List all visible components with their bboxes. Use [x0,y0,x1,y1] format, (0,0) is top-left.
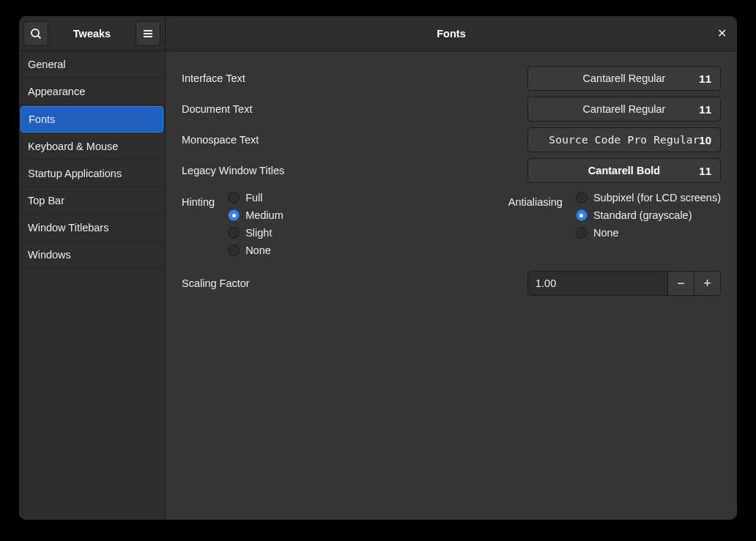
font-size: 11 [699,165,711,177]
radio-label: Slight [245,227,272,239]
close-icon: ✕ [717,26,727,40]
document-text-font-button[interactable]: Cantarell Regular 11 [527,97,721,122]
hinting-group: Hinting FullMediumSlightNone [182,192,494,256]
font-name: Cantarell Bold [536,165,713,176]
scaling-factor-value[interactable]: 1.00 [528,272,667,295]
hamburger-icon [142,28,154,40]
scaling-factor-label: Scaling Factor [182,277,250,289]
scaling-factor-spinner: 1.00 − + [527,271,721,296]
radio-indicator [576,209,588,221]
document-text-label: Document Text [182,103,252,115]
sidebar-item-window-titlebars[interactable]: Window Titlebars [19,214,165,242]
radio-label: Subpixel (for LCD screens) [593,192,721,204]
sidebar-header: Tweaks [19,16,165,51]
font-size: 11 [699,72,711,85]
antialiasing-label: Antialiasing [508,192,563,208]
scaling-factor-row: Scaling Factor 1.00 − + [182,271,721,296]
main-header: Fonts ✕ [166,16,737,51]
radio-section: Hinting FullMediumSlightNone Antialiasin… [182,192,721,256]
sidebar-list: GeneralAppearanceFontsKeyboard & MouseSt… [19,51,165,520]
plus-icon: + [703,276,711,291]
hinting-options: FullMediumSlightNone [228,192,284,256]
font-name: Source Code Pro Regular [536,134,713,146]
sidebar-item-keyboard-mouse[interactable]: Keyboard & Mouse [19,133,165,160]
monospace-text-label: Monospace Text [182,134,259,146]
sidebar-item-appearance[interactable]: Appearance [19,78,165,105]
font-size: 10 [699,134,711,146]
monospace-text-font-button[interactable]: Source Code Pro Regular 10 [527,127,721,152]
legacy-window-titles-row: Legacy Window Titles Cantarell Bold 11 [182,158,721,183]
antialiasing-option-none[interactable]: None [576,227,721,239]
interface-text-label: Interface Text [182,72,245,84]
antialiasing-option-standard-grayscale[interactable]: Standard (grayscale) [576,209,721,221]
radio-label: Medium [245,209,284,221]
hinting-option-none[interactable]: None [228,245,284,256]
app-window: Tweaks GeneralAppearanceFontsKeyboard & … [19,16,737,520]
sidebar-item-general[interactable]: General [19,51,165,78]
svg-line-1 [38,36,41,39]
sidebar-item-fonts[interactable]: Fonts [21,106,163,133]
close-button[interactable]: ✕ [714,26,730,42]
radio-label: Full [245,192,262,204]
radio-indicator [228,192,240,204]
radio-indicator [228,209,240,221]
hamburger-menu-button[interactable] [136,21,160,46]
legacy-window-titles-label: Legacy Window Titles [182,165,284,176]
radio-label: None [245,245,271,256]
minus-icon: − [677,276,685,291]
radio-label: Standard (grayscale) [593,209,692,221]
sidebar-title: Tweaks [53,28,131,40]
legacy-window-titles-font-button[interactable]: Cantarell Bold 11 [527,158,721,183]
scaling-decrement-button[interactable]: − [667,272,694,295]
hinting-option-medium[interactable]: Medium [228,209,284,221]
scaling-increment-button[interactable]: + [694,272,720,295]
main-content: Interface Text Cantarell Regular 11 Docu… [166,51,737,520]
sidebar-item-windows[interactable]: Windows [19,242,165,269]
search-button[interactable] [23,21,48,46]
page-title: Fonts [437,28,465,40]
svg-point-0 [32,29,39,37]
hinting-option-slight[interactable]: Slight [228,227,284,239]
font-name: Cantarell Regular [536,103,713,115]
document-text-row: Document Text Cantarell Regular 11 [182,97,721,122]
sidebar-item-startup-applications[interactable]: Startup Applications [19,160,165,187]
hinting-label: Hinting [182,192,215,208]
search-icon [30,28,42,40]
main-panel: Fonts ✕ Interface Text Cantarell Regular… [166,16,737,520]
radio-indicator [228,245,240,256]
radio-indicator [576,227,588,239]
antialiasing-option-subpixel-for-lcd-screens[interactable]: Subpixel (for LCD screens) [576,192,721,204]
sidebar: Tweaks GeneralAppearanceFontsKeyboard & … [19,16,166,520]
antialiasing-group: Antialiasing Subpixel (for LCD screens)S… [508,192,721,256]
antialiasing-options: Subpixel (for LCD screens)Standard (gray… [576,192,721,239]
radio-label: None [593,227,619,239]
sidebar-item-top-bar[interactable]: Top Bar [19,187,165,214]
monospace-text-row: Monospace Text Source Code Pro Regular 1… [182,127,721,152]
interface-text-row: Interface Text Cantarell Regular 11 [182,66,721,91]
radio-indicator [228,227,240,239]
font-name: Cantarell Regular [536,72,713,84]
radio-indicator [576,192,588,204]
interface-text-font-button[interactable]: Cantarell Regular 11 [527,66,721,91]
hinting-option-full[interactable]: Full [228,192,284,204]
font-size: 11 [699,103,711,116]
